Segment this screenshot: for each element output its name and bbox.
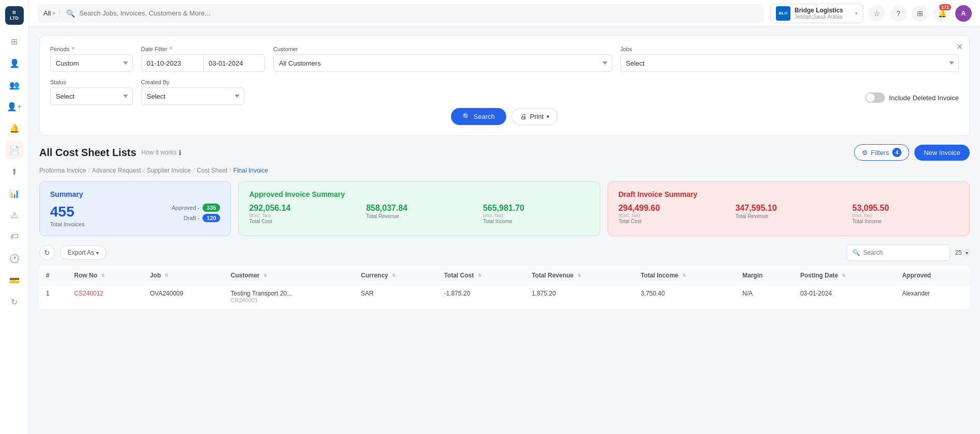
search-category-label: All	[43, 9, 51, 17]
include-deleted-toggle[interactable]	[865, 92, 885, 103]
customer-select[interactable]: All Customers	[273, 54, 612, 72]
date-to-input[interactable]	[203, 54, 265, 72]
table-body: 1 CS240012 OVA240009 Testing Transport 2…	[40, 285, 970, 309]
sidebar-item-notifications[interactable]: 🔔	[5, 119, 24, 137]
sort-icon-customer: ⇅	[263, 273, 267, 278]
nav-right: BLO Bridge Logistics Jeddah,Saudi Arabia…	[770, 4, 972, 23]
total-invoices-count: 455	[50, 204, 85, 220]
col-margin: Margin	[736, 267, 794, 285]
export-label: Export As	[68, 249, 94, 256]
jobs-select[interactable]: Select	[620, 54, 959, 72]
content-area: ✕ Periods * Custom Date Filter *	[29, 27, 980, 434]
breadcrumb-advance[interactable]: Advance Request	[92, 167, 141, 174]
col-approved: Approved	[896, 267, 969, 285]
breadcrumb-proforma[interactable]: Proforma Invoice	[39, 167, 86, 174]
approved-income-value: 565,981.70	[483, 204, 589, 213]
status-label: Status	[50, 79, 133, 85]
print-icon: 🖨	[520, 113, 527, 120]
user-avatar[interactable]: A	[955, 5, 972, 22]
sidebar-item-tags[interactable]: 🏷	[5, 227, 24, 246]
search-icon: 🔍	[462, 113, 471, 120]
company-name: Bridge Logistics	[795, 7, 851, 14]
top-nav: All ▾ 🔍 BLO Bridge Logistics Jeddah,Saud…	[29, 0, 980, 27]
table-header: # Row No ⇅ Job ⇅ Customer ⇅ Currency ⇅ T…	[40, 267, 970, 285]
global-search-input[interactable]	[79, 9, 758, 17]
sidebar-item-add-user[interactable]: 👤+	[5, 97, 24, 116]
sidebar-item-upload[interactable]: ⬆	[5, 162, 24, 181]
sidebar-item-billing[interactable]: 💳	[5, 271, 24, 289]
col-row-no[interactable]: Row No ⇅	[68, 267, 144, 285]
search-button[interactable]: 🔍 Search	[451, 108, 506, 125]
search-category-select[interactable]: All ▾	[43, 9, 60, 17]
draft-summary-title: Draft Invoice Summary	[618, 190, 959, 198]
date-from-input[interactable]	[141, 54, 203, 72]
periods-label: Periods *	[50, 46, 133, 52]
sidebar-item-dashboard[interactable]: ⊞	[5, 32, 24, 51]
apps-button[interactable]: ⊞	[912, 5, 928, 22]
approved-invoice-summary-card: Approved Invoice Summary 292,056.14 (Exc…	[238, 181, 600, 236]
sort-icon-job: ⇅	[165, 273, 168, 278]
table-search-input[interactable]	[863, 249, 944, 256]
main-area: All ▾ 🔍 BLO Bridge Logistics Jeddah,Saud…	[29, 0, 980, 434]
sidebar-item-users[interactable]: 👤	[5, 54, 24, 72]
filter-row-1: Periods * Custom Date Filter *	[50, 46, 959, 72]
company-selector[interactable]: BLO Bridge Logistics Jeddah,Saudi Arabia…	[770, 4, 863, 23]
export-button[interactable]: Export As ▾	[60, 245, 106, 260]
refresh-button[interactable]: ↻	[39, 245, 55, 260]
export-chevron-icon: ▾	[96, 250, 99, 256]
customer-group: Customer All Customers	[273, 46, 612, 72]
created-by-select[interactable]: Select	[141, 87, 244, 105]
breadcrumb-supplier[interactable]: Supplier Invoice	[147, 167, 191, 174]
sidebar-item-refresh[interactable]: ↻	[5, 292, 24, 311]
sort-icon-total-cost: ⇅	[478, 273, 481, 278]
sidebar-item-history[interactable]: 🕐	[5, 249, 24, 268]
periods-group: Periods * Custom	[50, 46, 133, 72]
new-invoice-button[interactable]: New Invoice	[914, 145, 970, 161]
breadcrumb-cost-sheet[interactable]: Cost Sheet	[197, 167, 227, 174]
col-job[interactable]: Job ⇅	[144, 267, 224, 285]
col-total-revenue[interactable]: Total Revenue ⇅	[525, 267, 634, 285]
col-currency[interactable]: Currency ⇅	[355, 267, 438, 285]
global-search-bar[interactable]: All ▾ 🔍	[37, 4, 764, 23]
draft-cost-metric: 294,499.60 (Excl. Tax) Total Cost	[618, 204, 725, 224]
sidebar-item-team[interactable]: 👥	[5, 75, 24, 94]
sort-icon-posting-date: ⇅	[842, 273, 846, 278]
sidebar-item-invoices[interactable]: 📄	[5, 141, 24, 159]
per-page-control: 25 ▾	[955, 249, 970, 256]
summary-totals: 455 Total Invoices	[50, 204, 85, 227]
sidebar-item-analytics[interactable]: 📊	[5, 184, 24, 203]
sidebar-item-alerts[interactable]: ⚠	[5, 206, 24, 224]
approved-metrics: 292,056.14 (Excl. Tax) Total Cost 858,03…	[249, 204, 589, 224]
help-button[interactable]: ?	[890, 5, 907, 22]
draft-income-sublabel: (Incl. Tax)	[852, 213, 959, 218]
bookmarks-button[interactable]: ☆	[868, 5, 885, 22]
status-select[interactable]: Select	[50, 87, 133, 105]
jobs-group: Jobs Select	[620, 46, 959, 72]
cell-num: 1	[40, 285, 68, 309]
col-total-cost[interactable]: Total Cost ⇅	[438, 267, 525, 285]
approved-cost-metric: 292,056.14 (Excl. Tax) Total Cost	[249, 204, 355, 224]
draft-prefix: Draft -	[183, 215, 199, 221]
col-total-income[interactable]: Total Income ⇅	[634, 267, 736, 285]
print-button[interactable]: 🖨 Print ▾	[511, 108, 558, 125]
periods-select[interactable]: Custom	[50, 54, 133, 72]
card-badges: Approved - 335 Draft - 120	[172, 204, 220, 222]
col-customer[interactable]: Customer ⇅	[225, 267, 355, 285]
approved-count-badge: 335	[203, 204, 220, 212]
table-toolbar: ↻ Export As ▾ 🔍 25 ▾	[39, 244, 970, 261]
draft-cost-sublabel: (Excl. Tax)	[618, 213, 725, 218]
page-title-wrap: All Cost Sheet Lists How it works ℹ	[39, 147, 181, 159]
sort-icon-total-revenue: ⇅	[578, 273, 581, 278]
draft-revenue-value: 347,595.10	[735, 204, 842, 213]
filter-panel: ✕ Periods * Custom Date Filter *	[39, 35, 970, 136]
sidebar-logo[interactable]: BLTD	[5, 6, 24, 25]
per-page-chevron[interactable]: ▾	[964, 250, 970, 256]
created-by-group: Created By Select	[141, 79, 244, 105]
row-no-link[interactable]: CS240012	[74, 290, 104, 297]
col-posting-date[interactable]: Posting Date ⇅	[794, 267, 896, 285]
filters-button[interactable]: ⚙ Filters 4	[854, 144, 909, 161]
how-it-works-link[interactable]: How it works ℹ	[142, 149, 181, 157]
notifications-button[interactable]: 🔔 171	[934, 5, 950, 22]
table-search-bar[interactable]: 🔍	[847, 244, 950, 261]
close-filter-button[interactable]: ✕	[956, 42, 963, 52]
